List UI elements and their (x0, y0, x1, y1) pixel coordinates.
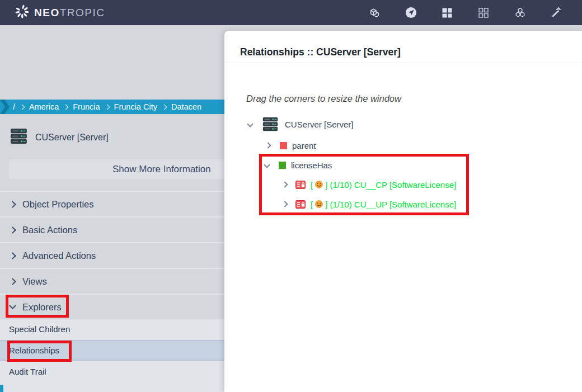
smiley-face-icon (315, 181, 323, 188)
tree-node-label: CUServer [Server] (285, 120, 354, 129)
navigation-icon[interactable] (404, 6, 417, 20)
object-title: CUServer [Server] (35, 133, 109, 143)
accordion-basic-actions[interactable]: Basic Actions (0, 216, 224, 242)
accordion-object-properties[interactable]: Object Properties (0, 191, 224, 216)
brand-name: NEOTROPIC (34, 7, 105, 19)
chevron-right-icon (9, 226, 16, 234)
topbar-icon-group (368, 6, 563, 20)
resize-hint-text: Drag the corners to resize the window (246, 93, 401, 104)
server-rack-icon (9, 126, 29, 148)
relationship-red-square-icon (280, 142, 287, 149)
relationship-green-square-icon (279, 162, 286, 169)
breadcrumb-item-datacenter[interactable]: Datacen (171, 102, 201, 111)
explorer-item-relationships[interactable]: Relationships (0, 340, 224, 361)
breadcrumb-item-fruncia-city[interactable]: Fruncia City (114, 102, 157, 111)
tree-node-label: parent (292, 141, 316, 150)
software-license-icon (295, 181, 306, 189)
breadcrumb-lead-arrow-icon (0, 100, 10, 114)
top-navigation-bar: NEOTROPIC (0, 0, 582, 25)
tree-node-parent[interactable]: parent (266, 138, 316, 153)
chevron-right-icon (9, 278, 16, 285)
selected-object-header: CUServer [Server] (9, 126, 109, 148)
explorer-item-label: Special Children (9, 324, 70, 334)
explorer-item-special-children[interactable]: Special Children (0, 319, 224, 339)
spinner-leaf-logo-icon (15, 4, 30, 21)
scroll-corner-accent (0, 385, 3, 392)
license-node-label: [ ] (1/10) CU__UP [SoftwareLicense] (311, 200, 456, 209)
cubes-icon[interactable] (513, 6, 527, 20)
chevron-right-icon[interactable] (265, 142, 271, 148)
breadcrumb: / America Fruncia Fruncia City Datacen (0, 100, 224, 114)
chevron-right-icon (161, 104, 167, 110)
show-more-information-button[interactable]: Show More Information (9, 159, 228, 179)
accordion-label: Basic Actions (22, 225, 77, 235)
grid-filled-icon[interactable] (440, 6, 454, 20)
accordion-views[interactable]: Views (0, 268, 224, 294)
tree-node-cuserver[interactable]: CUServer [Server] (248, 115, 354, 134)
chevron-right-icon (20, 104, 25, 110)
application-window: NEOTROPIC (0, 0, 582, 392)
bracket-open: [ (311, 180, 313, 190)
inventory-icon[interactable] (368, 6, 381, 20)
chevron-down-icon (9, 302, 16, 309)
explorer-item-label: Audit Trail (9, 367, 46, 376)
smiley-face-icon (315, 200, 323, 208)
magic-wand-icon[interactable] (550, 6, 563, 20)
dialog-header-divider (224, 63, 582, 63)
brand-name-light: TROPIC (60, 7, 105, 18)
chevron-right-icon[interactable] (281, 181, 288, 187)
relationships-dialog: Relationships :: CUServer [Server] Drag … (224, 31, 582, 392)
accordion-explorers[interactable]: Explorers (0, 294, 224, 319)
chevron-right-icon (9, 201, 16, 208)
server-rack-icon (261, 115, 279, 133)
grid-outline-icon[interactable] (477, 6, 490, 20)
chevron-right-icon[interactable] (281, 201, 288, 207)
explorers-item-list: Special Children Relationships Audit Tra… (0, 319, 224, 392)
accordion-label: Object Properties (22, 199, 93, 210)
license-node-label: [ ] (1/10) CU__CP [SoftwareLicense] (311, 180, 456, 190)
accordion-label: Advanced Actions (22, 251, 96, 261)
explorer-item-audit-trail[interactable]: Audit Trail (0, 362, 224, 381)
accordion-advanced-actions[interactable]: Advanced Actions (0, 242, 224, 268)
tree-node-licensehas[interactable]: licenseHas (265, 157, 332, 173)
brand-logo: NEOTROPIC (15, 4, 105, 21)
chevron-right-icon (104, 104, 110, 110)
tree-node-cu-up-license[interactable]: [ ] (1/10) CU__UP [SoftwareLicense] (283, 196, 456, 212)
tree-node-label: licenseHas (291, 160, 332, 170)
chevron-down-icon[interactable] (247, 121, 253, 127)
show-more-information-label: Show More Information (112, 164, 211, 175)
explorer-item-label: Relationships (9, 346, 59, 355)
license-label-text: ] (1/10) CU__UP [SoftwareLicense] (325, 200, 456, 209)
chevron-right-icon (63, 104, 69, 110)
chevron-right-icon (9, 252, 16, 259)
bracket-open: [ (311, 200, 313, 209)
license-label-text: ] (1/10) CU__CP [SoftwareLicense] (325, 180, 456, 190)
dialog-title: Relationships :: CUServer [Server] (240, 46, 401, 58)
breadcrumb-item-america[interactable]: America (29, 102, 59, 111)
breadcrumb-item-root[interactable]: / (13, 102, 15, 111)
brand-name-bold: NEO (34, 7, 60, 18)
accordion-label: Explorers (22, 302, 62, 313)
accordion-label: Views (22, 276, 47, 287)
tree-node-cu-cp-license[interactable]: [ ] (1/10) CU__CP [SoftwareLicense] (283, 177, 456, 192)
chevron-down-icon[interactable] (264, 162, 270, 168)
breadcrumb-item-fruncia[interactable]: Fruncia (73, 102, 100, 111)
software-license-icon (295, 200, 306, 209)
